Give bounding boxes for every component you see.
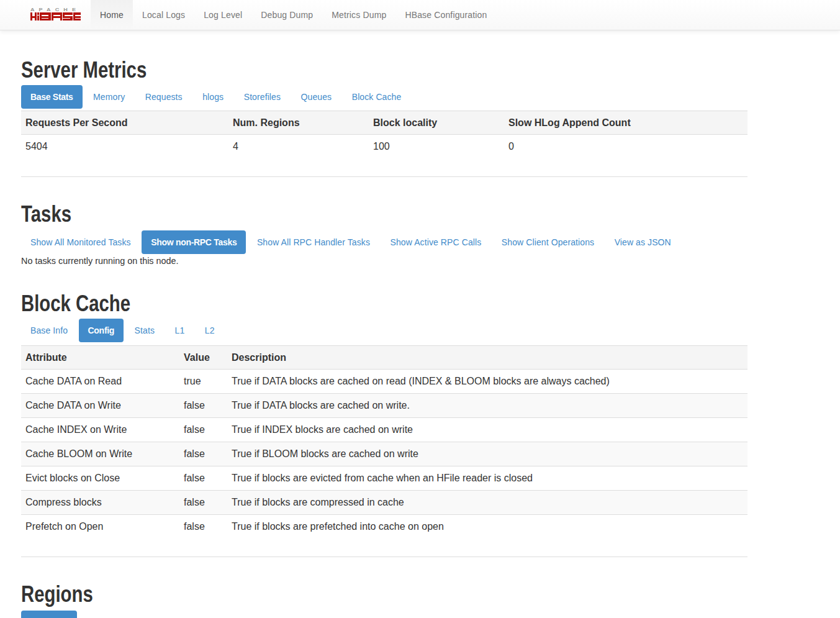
svg-text:APACHE: APACHE: [30, 7, 80, 12]
